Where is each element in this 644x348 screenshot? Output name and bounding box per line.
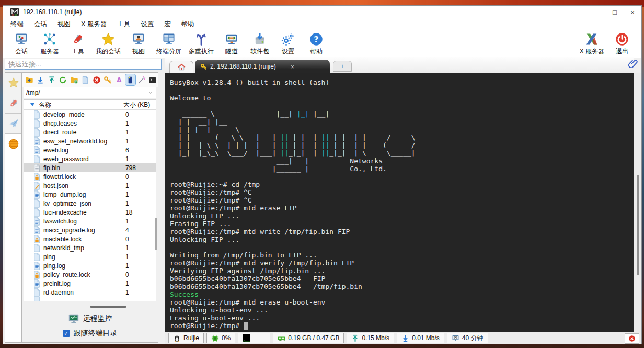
file-icon-edit: [33, 182, 40, 190]
close-button[interactable]: ×: [624, 6, 641, 18]
toolbar-button-servers[interactable]: 服务器: [36, 30, 64, 56]
file-list-scrollbar[interactable]: [154, 99, 158, 301]
file-row[interactable]: [24, 297, 156, 301]
column-header-size[interactable]: 大小 (KB): [121, 100, 156, 109]
terminal-scrollbar-thumb[interactable]: [637, 175, 639, 275]
toolbar-button-exit[interactable]: 退出: [608, 30, 636, 56]
toolbar-button-settings[interactable]: 设置: [274, 30, 302, 56]
menu-item[interactable]: 视图: [52, 19, 76, 30]
toolbar-right-group: X 服务器退出: [576, 30, 636, 56]
sftp-button-new-file[interactable]: [80, 74, 91, 85]
toolbar-button-multi-exec[interactable]: 多重执行: [185, 30, 217, 56]
toolbar-button-session[interactable]: 会话: [7, 30, 36, 56]
remote-monitor-button[interactable]: 远程监控: [22, 313, 158, 324]
file-row[interactable]: preinit.log1: [24, 279, 156, 288]
toolbar-button-tunnel[interactable]: 隧道: [217, 30, 246, 56]
file-size: 18: [125, 209, 156, 216]
sftp-button-upload[interactable]: [47, 74, 57, 85]
session-tab-active[interactable]: 2. 192.168.110.1 (ruijie) ×: [195, 60, 330, 73]
file-row[interactable]: rd-daemon1: [24, 288, 156, 297]
toolbar-button-tools[interactable]: 工具: [64, 30, 92, 56]
file-row[interactable]: direct_route1: [24, 128, 156, 137]
file-size: 0: [125, 271, 156, 278]
file-row[interactable]: eweb.log6: [24, 145, 156, 154]
home-tab[interactable]: [169, 61, 193, 73]
menu-item[interactable]: 会话: [29, 19, 52, 30]
menu-item[interactable]: X 服务器: [76, 19, 112, 30]
path-combobox[interactable]: /tmp/: [24, 87, 156, 98]
file-row[interactable]: esw_set_networkId.log1: [24, 137, 156, 145]
status-close-button[interactable]: [625, 333, 639, 344]
file-row[interactable]: dhcp.leases1: [24, 119, 156, 128]
file-row[interactable]: icmp_dump.log1: [24, 190, 156, 199]
sidebar-tab-tools-knife[interactable]: [5, 93, 21, 114]
file-name: esw_set_networkId.log: [43, 138, 125, 145]
sidebar-tab-macros-plane[interactable]: [5, 114, 21, 134]
terminal-scrollbar[interactable]: [634, 73, 641, 332]
terminal-line: [170, 173, 634, 181]
wand-icon: [137, 76, 146, 84]
file-list-hscrollbar[interactable]: [90, 306, 126, 308]
sftp-button-wand[interactable]: [136, 74, 147, 85]
new-tab-button[interactable]: +: [333, 61, 352, 72]
toolbar-button-packages[interactable]: 软件包: [246, 30, 274, 56]
sftp-button-terminal[interactable]: [148, 74, 158, 85]
file-icon-file: [33, 297, 40, 301]
file-row[interactable]: ping.log1: [24, 261, 156, 270]
toolbar-button-help[interactable]: ?帮助: [302, 30, 330, 56]
terminal-screen[interactable]: BusyBox v1.28.4 () built-in shell (ash) …: [165, 73, 634, 332]
session-tab-label: 2. 192.168.110.1 (ruijie): [210, 63, 276, 70]
file-size: 1: [125, 191, 156, 198]
file-row[interactable]: flowctrl.lock0: [24, 172, 156, 181]
toolbar-button-view[interactable]: 视图: [124, 30, 153, 56]
sftp-button-encoding[interactable]: A: [114, 74, 124, 85]
file-icon-file: [33, 244, 40, 252]
toolbar-button-split-terminal[interactable]: 终端分屏: [153, 30, 185, 56]
file-row[interactable]: develop_mode0: [24, 110, 156, 119]
paperclip-attach-icon[interactable]: [627, 58, 639, 70]
file-row[interactable]: host.json1: [24, 181, 156, 190]
tools-icon: [71, 32, 85, 47]
sftp-button-delete[interactable]: [91, 74, 102, 85]
sidebar-tab-sessions-star[interactable]: [5, 73, 21, 93]
file-row[interactable]: eweb_password1: [24, 154, 156, 163]
follow-terminal-checkbox[interactable]: ✓: [63, 330, 70, 337]
menu-item[interactable]: 宏: [159, 19, 176, 30]
minimize-button[interactable]: –: [588, 6, 606, 18]
file-size: 1: [125, 200, 156, 207]
file-row[interactable]: networkid_tmp1: [24, 243, 156, 252]
file-row[interactable]: ping1: [24, 252, 156, 261]
menu-item[interactable]: 设置: [135, 19, 159, 30]
sftp-button-permissions-key[interactable]: [103, 74, 113, 85]
file-row[interactable]: lwswitch.log1: [24, 217, 156, 226]
sftp-button-folder-up[interactable]: [24, 74, 34, 85]
chevron-down-icon[interactable]: [147, 89, 154, 96]
new-folder-icon: [70, 76, 78, 84]
menu-item[interactable]: 帮助: [176, 19, 200, 30]
column-header-name[interactable]: 名称: [39, 100, 121, 109]
menu-item[interactable]: 工具: [112, 19, 135, 30]
quick-connect-input[interactable]: [5, 59, 162, 70]
menu-item[interactable]: 终端: [5, 19, 29, 30]
terminal-line: BusyBox v1.28.4 () built-in shell (ash): [170, 78, 634, 86]
toolbar-button-x-server[interactable]: X 服务器: [576, 30, 608, 56]
file-row[interactable]: fip.bin798: [24, 163, 156, 172]
sftp-button-download[interactable]: [36, 74, 46, 85]
terminal-line: b06bd6655bc40bfa1307cb705e65bbe4 - FIP: [170, 275, 634, 283]
file-row[interactable]: mactable.lock0: [24, 234, 156, 243]
sort-down-icon[interactable]: [30, 103, 34, 106]
tab-close-icon[interactable]: ×: [291, 63, 295, 71]
file-row[interactable]: kv_optimize_json1: [24, 199, 156, 208]
sftp-button-new-folder[interactable]: [69, 74, 79, 85]
sidebar-tab-sftp-globe[interactable]: [5, 134, 21, 154]
upload-icon: [48, 76, 56, 84]
sftp-button-toggle-panel[interactable]: [125, 74, 136, 85]
file-row[interactable]: policy_route.lock0: [24, 270, 156, 279]
terminal-line: [170, 86, 634, 94]
toolbar-button-my-sessions-star[interactable]: 我的会话: [92, 30, 124, 56]
maximize-button[interactable]: □: [606, 6, 624, 18]
scrollbar-thumb[interactable]: [155, 218, 157, 250]
file-row[interactable]: luci-indexcache18: [24, 208, 156, 217]
sftp-button-refresh[interactable]: [58, 74, 68, 85]
file-row[interactable]: macc_upgrade.log4: [24, 226, 156, 234]
